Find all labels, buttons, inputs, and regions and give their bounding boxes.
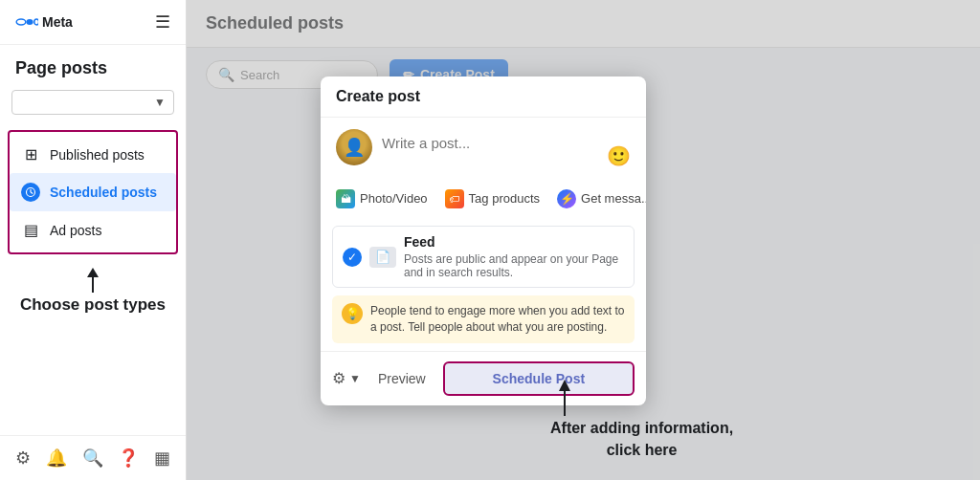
modal-footer-left: ⚙ ▼ [332,369,361,387]
chevron-down-button[interactable]: ▼ [349,372,361,385]
meta-logo: Meta [15,14,73,30]
main-content: Scheduled posts 🔍 ✏ Create Post Create p… [187,0,980,480]
compose-area: 👤 🙂 [321,118,646,179]
sidebar-item-published[interactable]: ⊞ Published posts [10,136,176,173]
schedule-info-label: After adding information,click here [550,418,733,461]
tip-icon: 💡 [342,303,363,324]
svg-line-5 [31,192,33,194]
choose-post-annotation: Choose post types [0,268,186,316]
help-icon[interactable]: ❓ [118,447,139,469]
nav-section: ⊞ Published posts Scheduled posts ▤ Ad p… [8,130,178,254]
gear-button[interactable]: ⚙ [332,369,345,387]
sidebar-item-label-ad: Ad posts [50,223,101,238]
hamburger-icon[interactable]: ☰ [155,11,170,33]
create-post-modal: Create post 👤 🙂 🏔 Photo/Video 🏷 Tag prod… [321,76,646,405]
feed-title: Feed [404,234,624,250]
feed-section: ✓ 📄 Feed Posts are public and appear on … [332,226,635,288]
grid-icon: ⊞ [21,145,40,164]
meta-logo-icon [15,15,38,29]
page-dropdown[interactable]: ▼ [11,90,174,115]
tag-products-button[interactable]: 🏷 Tag products [437,184,547,214]
sidebar-item-label-published: Published posts [50,147,145,163]
feed-row: ✓ 📄 Feed Posts are public and appear on … [343,234,624,279]
avatar-image: 👤 [336,129,372,165]
check-icon: ✓ [343,248,362,267]
tag-products-icon: 🏷 [445,189,464,208]
preview-button[interactable]: Preview [368,365,435,392]
sidebar-item-scheduled[interactable]: Scheduled posts [10,173,176,211]
photo-video-button[interactable]: 🏔 Photo/Video [328,184,435,214]
feed-icon: 📄 [369,247,396,268]
clock-icon [21,183,40,202]
bell-icon[interactable]: 🔔 [46,447,67,469]
sidebar-item-ad[interactable]: ▤ Ad posts [10,211,176,249]
sidebar-title: Page posts [0,45,186,86]
choose-post-types-label: Choose post types [20,295,166,316]
layout-footer-icon[interactable]: ▦ [154,447,170,469]
get-messages-label: Get messa... [581,191,646,206]
svg-point-2 [34,19,38,25]
feed-description: Posts are public and appear on your Page… [404,252,624,279]
arrow-up-icon [78,268,107,295]
compose-input[interactable] [382,129,597,167]
feed-info: Feed Posts are public and appear on your… [404,234,624,279]
schedule-arrow-up-icon [550,380,579,418]
chevron-down-icon: ▼ [154,96,166,109]
meta-text: Meta [42,14,73,30]
svg-point-1 [26,19,33,25]
messenger-icon: ⚡ [557,189,576,208]
photo-video-icon: 🏔 [336,189,355,208]
schedule-annotation: After adding information,click here [550,380,733,461]
get-messages-button[interactable]: ⚡ Get messa... [549,184,646,214]
sidebar-footer: ⚙ 🔔 🔍 ❓ ▦ [0,435,186,480]
avatar: 👤 [336,129,372,165]
tip-section: 💡 People tend to engage more when you ad… [332,295,635,343]
modal-title: Create post [321,76,646,118]
sidebar-item-label-scheduled: Scheduled posts [50,185,157,200]
sidebar-header: Meta ☰ [0,0,186,45]
settings-icon[interactable]: ⚙ [15,447,31,469]
svg-point-0 [16,19,26,25]
layout-icon: ▤ [21,221,40,239]
tag-products-label: Tag products [469,191,540,206]
sidebar: Meta ☰ Page posts ▼ ⊞ Published posts Sc… [0,0,187,480]
svg-marker-7 [87,268,99,277]
search-footer-icon[interactable]: 🔍 [82,447,103,469]
emoji-icon[interactable]: 🙂 [607,144,631,167]
svg-marker-9 [559,380,570,391]
photo-video-label: Photo/Video [360,191,428,206]
tip-text: People tend to engage more when you add … [370,303,625,336]
modal-actions: 🏔 Photo/Video 🏷 Tag products ⚡ Get messa… [321,179,646,222]
